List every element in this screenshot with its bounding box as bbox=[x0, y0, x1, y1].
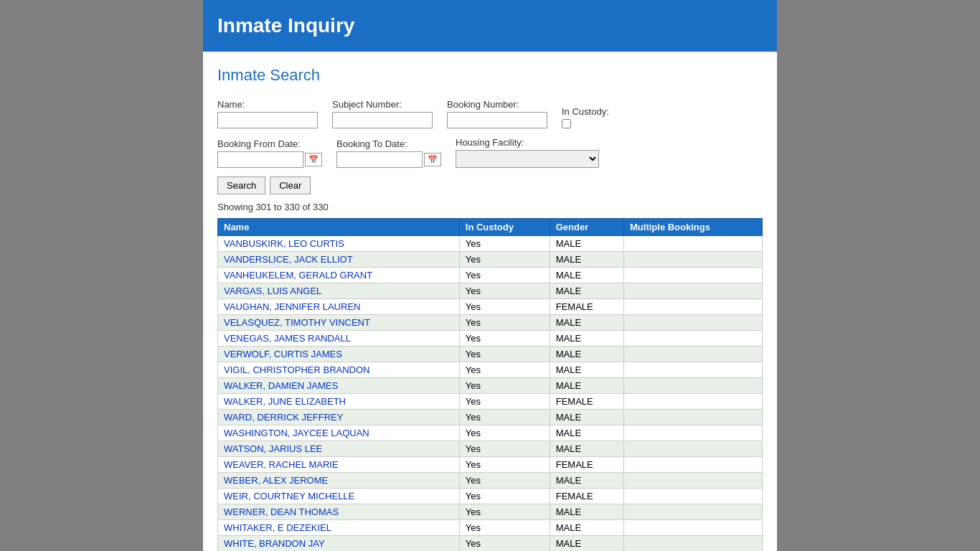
cell-name: VERWOLF, CURTIS JAMES bbox=[218, 347, 460, 362]
inmate-link[interactable]: WALKER, DAMIEN JAMES bbox=[224, 380, 338, 391]
booking-from-label: Booking From Date: bbox=[217, 138, 322, 149]
cell-multiple-bookings bbox=[624, 473, 763, 489]
cell-gender: MALE bbox=[550, 425, 623, 441]
cell-multiple-bookings bbox=[624, 489, 763, 504]
cell-multiple-bookings bbox=[624, 283, 763, 299]
subject-input[interactable] bbox=[332, 112, 433, 128]
cell-custody: Yes bbox=[459, 268, 550, 283]
cell-name: VANHEUKELEM, GERALD GRANT bbox=[218, 268, 460, 283]
cell-name: VIGIL, CHRISTOPHER BRANDON bbox=[218, 362, 460, 378]
cell-name: VELASQUEZ, TIMOTHY VINCENT bbox=[218, 315, 460, 331]
housing-group: Housing Facility: bbox=[456, 137, 599, 168]
table-row: VELASQUEZ, TIMOTHY VINCENTYesMALE bbox=[218, 315, 763, 331]
cell-multiple-bookings bbox=[624, 315, 763, 331]
inmate-link[interactable]: VERWOLF, CURTIS JAMES bbox=[224, 349, 342, 359]
inmate-link[interactable]: VANDERSLICE, JACK ELLIOT bbox=[224, 254, 353, 265]
custody-checkbox[interactable] bbox=[562, 119, 571, 128]
inmate-link[interactable]: VANHEUKELEM, GERALD GRANT bbox=[224, 270, 372, 281]
cell-multiple-bookings bbox=[624, 441, 763, 457]
cell-multiple-bookings bbox=[624, 457, 763, 473]
inmate-link[interactable]: VARGAS, LUIS ANGEL bbox=[224, 286, 321, 296]
inmate-link[interactable]: WARD, DERRICK JEFFREY bbox=[224, 412, 343, 423]
cell-name: WATSON, JARIUS LEE bbox=[218, 441, 460, 457]
name-label: Name: bbox=[217, 99, 318, 110]
results-table: Name In Custody Gender Multiple Bookings… bbox=[217, 218, 763, 551]
inmate-link[interactable]: WEAVER, RACHEL MARIE bbox=[224, 459, 339, 470]
search-button[interactable]: Search bbox=[217, 176, 265, 194]
booking-label: Booking Number: bbox=[447, 99, 547, 110]
table-row: WHITAKER, E DEZEKIELYesMALE bbox=[218, 520, 763, 536]
booking-from-wrapper: 📅 bbox=[217, 151, 322, 168]
inmate-link[interactable]: WERNER, DEAN THOMAS bbox=[224, 507, 339, 517]
cell-name: WALKER, JUNE ELIZABETH bbox=[218, 394, 460, 410]
cell-name: WEIR, COURTNEY MICHELLE bbox=[218, 489, 460, 504]
clear-button[interactable]: Clear bbox=[270, 176, 311, 194]
booking-group: Booking Number: bbox=[447, 99, 547, 128]
cell-custody: Yes bbox=[459, 236, 550, 252]
cell-gender: FEMALE bbox=[550, 394, 623, 410]
cell-multiple-bookings bbox=[624, 252, 763, 268]
inmate-link[interactable]: VELASQUEZ, TIMOTHY VINCENT bbox=[224, 317, 370, 328]
housing-label: Housing Facility: bbox=[456, 137, 599, 148]
inmate-link[interactable]: VAUGHAN, JENNIFER LAUREN bbox=[224, 301, 360, 312]
cell-gender: MALE bbox=[550, 315, 623, 331]
inmate-link[interactable]: WEBER, ALEX JEROME bbox=[224, 475, 328, 486]
cell-multiple-bookings bbox=[624, 268, 763, 283]
cell-name: VANDERSLICE, JACK ELLIOT bbox=[218, 252, 460, 268]
table-row: VANBUSKIRK, LEO CURTISYesMALE bbox=[218, 236, 763, 252]
inmate-link[interactable]: WASHINGTON, JAYCEE LAQUAN bbox=[224, 428, 369, 438]
cell-name: WARD, DERRICK JEFFREY bbox=[218, 410, 460, 425]
cell-gender: FEMALE bbox=[550, 489, 623, 504]
inmate-link[interactable]: VANBUSKIRK, LEO CURTIS bbox=[224, 238, 344, 249]
table-row: VAUGHAN, JENNIFER LAURENYesFEMALE bbox=[218, 299, 763, 315]
inmate-link[interactable]: WALKER, JUNE ELIZABETH bbox=[224, 396, 346, 407]
table-row: VANDERSLICE, JACK ELLIOTYesMALE bbox=[218, 252, 763, 268]
booking-from-calendar-button[interactable]: 📅 bbox=[305, 153, 322, 166]
cell-gender: MALE bbox=[550, 473, 623, 489]
cell-custody: Yes bbox=[459, 315, 550, 331]
cell-multiple-bookings bbox=[624, 536, 763, 552]
table-row: WERNER, DEAN THOMASYesMALE bbox=[218, 504, 763, 520]
cell-gender: MALE bbox=[550, 362, 623, 378]
table-row: WASHINGTON, JAYCEE LAQUANYesMALE bbox=[218, 425, 763, 441]
booking-to-label: Booking To Date: bbox=[336, 138, 441, 149]
inmate-link[interactable]: VIGIL, CHRISTOPHER BRANDON bbox=[224, 364, 369, 375]
cell-custody: Yes bbox=[459, 441, 550, 457]
cell-custody: Yes bbox=[459, 252, 550, 268]
inmate-link[interactable]: WHITE, BRANDON JAY bbox=[224, 538, 325, 549]
col-name: Name bbox=[218, 219, 460, 236]
booking-from-group: Booking From Date: 📅 bbox=[217, 138, 322, 168]
results-info: Showing 301 to 330 of 330 bbox=[217, 202, 763, 212]
booking-to-calendar-button[interactable]: 📅 bbox=[424, 153, 441, 166]
name-input[interactable] bbox=[217, 112, 318, 128]
inmate-link[interactable]: WEIR, COURTNEY MICHELLE bbox=[224, 491, 354, 501]
inmate-link[interactable]: WATSON, JARIUS LEE bbox=[224, 443, 322, 454]
cell-custody: Yes bbox=[459, 362, 550, 378]
booking-from-input[interactable] bbox=[217, 151, 303, 168]
table-row: WALKER, JUNE ELIZABETHYesFEMALE bbox=[218, 394, 763, 410]
cell-name: VARGAS, LUIS ANGEL bbox=[218, 283, 460, 299]
table-row: VIGIL, CHRISTOPHER BRANDONYesMALE bbox=[218, 362, 763, 378]
cell-custody: Yes bbox=[459, 410, 550, 425]
custody-group: In Custody: bbox=[562, 106, 609, 128]
name-group: Name: bbox=[217, 99, 318, 128]
cell-custody: Yes bbox=[459, 331, 550, 347]
inmate-link[interactable]: WHITAKER, E DEZEKIEL bbox=[224, 522, 331, 533]
table-body: VANBUSKIRK, LEO CURTISYesMALEVANDERSLICE… bbox=[218, 236, 763, 552]
cell-name: WHITE, BRANDON JAY bbox=[218, 536, 460, 552]
cell-gender: MALE bbox=[550, 410, 623, 425]
housing-select[interactable] bbox=[456, 150, 599, 168]
inmate-link[interactable]: VENEGAS, JAMES RANDALL bbox=[224, 333, 351, 344]
button-row: Search Clear bbox=[217, 176, 763, 194]
cell-multiple-bookings bbox=[624, 410, 763, 425]
cell-multiple-bookings bbox=[624, 425, 763, 441]
subject-label: Subject Number: bbox=[332, 99, 433, 110]
booking-to-group: Booking To Date: 📅 bbox=[336, 138, 441, 168]
cell-name: WEBER, ALEX JEROME bbox=[218, 473, 460, 489]
col-gender: Gender bbox=[550, 219, 623, 236]
booking-number-input[interactable] bbox=[447, 112, 547, 128]
booking-to-input[interactable] bbox=[336, 151, 423, 168]
table-row: VANHEUKELEM, GERALD GRANTYesMALE bbox=[218, 268, 763, 283]
cell-name: WHITAKER, E DEZEKIEL bbox=[218, 520, 460, 536]
cell-custody: Yes bbox=[459, 536, 550, 552]
